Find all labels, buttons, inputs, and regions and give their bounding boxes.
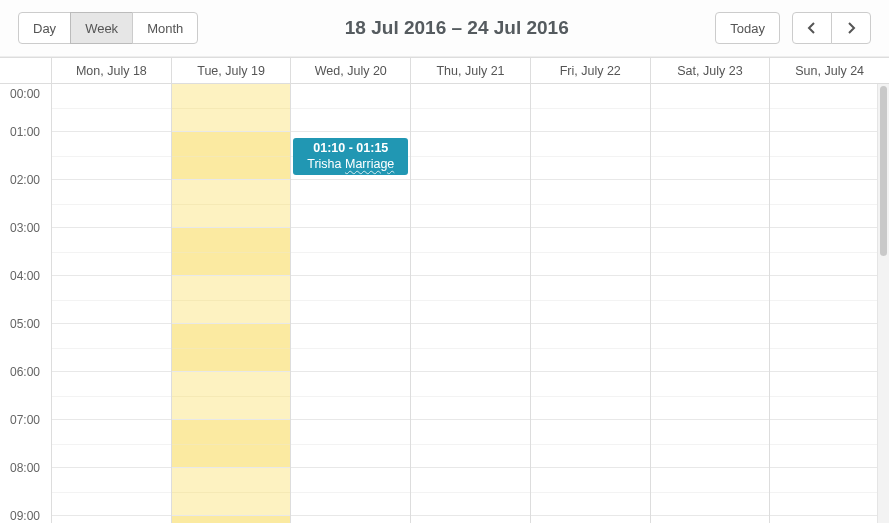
day-header[interactable]: Thu, July 21 <box>411 58 531 83</box>
event-time: 01:10 - 01:15 <box>299 141 402 157</box>
next-button[interactable] <box>831 12 871 44</box>
day-header[interactable]: Sat, July 23 <box>651 58 771 83</box>
day-header[interactable]: Sun, July 24 <box>770 58 889 83</box>
prev-button[interactable] <box>792 12 832 44</box>
day-column-sun[interactable] <box>770 84 889 523</box>
hour-cell[interactable] <box>770 516 889 523</box>
hour-cell[interactable] <box>291 516 410 523</box>
day-column-fri[interactable] <box>531 84 651 523</box>
hour-cell[interactable] <box>531 516 650 523</box>
event-title: Trisha Marriage <box>299 157 402 173</box>
view-switcher: Day Week Month <box>18 12 198 44</box>
hour-cell[interactable] <box>172 516 291 523</box>
day-header[interactable]: Wed, July 20 <box>291 58 411 83</box>
time-gutter: 00:00 01:00 02:00 03:00 04:00 05:00 06:0… <box>0 84 52 523</box>
day-header-row: Mon, July 18 Tue, July 19 Wed, July 20 T… <box>0 58 889 84</box>
day-header[interactable]: Tue, July 19 <box>172 58 292 83</box>
day-column-mon[interactable] <box>52 84 172 523</box>
day-column-thu[interactable] <box>411 84 531 523</box>
vertical-scrollbar[interactable] <box>877 84 889 523</box>
day-column-sat[interactable] <box>651 84 771 523</box>
view-day-button[interactable]: Day <box>18 12 71 44</box>
scrollbar-thumb[interactable] <box>880 86 887 256</box>
calendar-toolbar: Day Week Month 18 Jul 2016 – 24 Jul 2016… <box>0 0 889 57</box>
calendar-event[interactable]: 01:10 - 01:15Trisha Marriage <box>293 138 408 175</box>
chevron-right-icon <box>846 22 856 34</box>
prev-next-group <box>792 12 871 44</box>
chevron-left-icon <box>807 22 817 34</box>
time-label: 09:00 <box>0 516 51 523</box>
day-header[interactable]: Fri, July 22 <box>531 58 651 83</box>
hour-cell[interactable] <box>411 516 530 523</box>
view-week-button[interactable]: Week <box>70 12 133 44</box>
day-column-wed[interactable]: 01:10 - 01:15Trisha Marriage <box>291 84 411 523</box>
view-month-button[interactable]: Month <box>132 12 198 44</box>
today-button[interactable]: Today <box>715 12 780 44</box>
nav-controls: Today <box>715 12 871 44</box>
hour-cell[interactable] <box>52 516 171 523</box>
time-gutter-header <box>0 58 52 83</box>
day-column-tue[interactable] <box>172 84 292 523</box>
time-grid: 00:00 01:00 02:00 03:00 04:00 05:00 06:0… <box>0 84 889 523</box>
date-range-title: 18 Jul 2016 – 24 Jul 2016 <box>198 17 715 39</box>
day-header[interactable]: Mon, July 18 <box>52 58 172 83</box>
time-grid-scroll[interactable]: 00:00 01:00 02:00 03:00 04:00 05:00 06:0… <box>0 84 889 523</box>
calendar-week-view: Mon, July 18 Tue, July 19 Wed, July 20 T… <box>0 57 889 523</box>
hour-cell[interactable] <box>651 516 770 523</box>
